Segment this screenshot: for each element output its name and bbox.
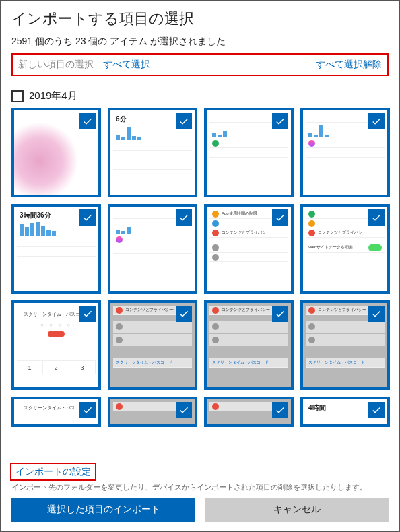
thumbnail-item[interactable]: コンテンツとプライバシー Webサイトデータを消去	[300, 204, 390, 294]
selection-toolbar: 新しい項目の選択 すべて選択 すべて選択解除	[11, 53, 389, 76]
checkmark-icon[interactable]	[176, 113, 192, 129]
import-dialog: インポートする項目の選択 2591 個のうち 23 個の アイテム が選択されま…	[0, 0, 400, 532]
thumbnail-item[interactable]	[108, 204, 197, 294]
thumbnail-item[interactable]: スクリーンタイム・パスコード ○ ○ ○ ○ 123	[11, 300, 101, 390]
thumbnail-item[interactable]	[204, 108, 294, 197]
thumbnail-item[interactable]: 6分	[108, 108, 197, 197]
checkmark-icon[interactable]	[79, 402, 96, 418]
selection-count: 2591 個のうち 23 個の アイテム が選択されました	[11, 36, 389, 48]
checkmark-icon[interactable]	[176, 402, 192, 418]
date-group-header: 2019年4月	[1, 90, 399, 102]
checkmark-icon[interactable]	[368, 306, 385, 322]
checkmark-icon[interactable]	[272, 209, 288, 226]
thumbnail-item[interactable]	[11, 108, 101, 197]
selection-left-group: 新しい項目の選択 すべて選択	[18, 59, 150, 71]
footer-description: インポート先のフォルダーを変更したり、デバイスからインポートされた項目の削除を選…	[1, 481, 399, 498]
thumbnail-item[interactable]: スクリーンタイム・パスコード	[11, 397, 101, 427]
group-checkbox[interactable]	[11, 90, 24, 102]
thumbnail-item[interactable]: コンテンツとプライバシー スクリーンタイム・パスコード	[300, 300, 390, 390]
checkmark-icon[interactable]	[272, 306, 288, 322]
checkmark-icon[interactable]	[368, 113, 385, 129]
button-bar: 選択した項目のインポート キャンセル	[1, 498, 399, 531]
thumbnail-item[interactable]: コンテンツとプライバシー スクリーンタイム・パスコード	[108, 300, 197, 390]
import-button[interactable]: 選択した項目のインポート	[11, 498, 195, 522]
thumbnail-item[interactable]	[300, 108, 390, 197]
dialog-title: インポートする項目の選択	[11, 9, 389, 29]
thumbnail-item[interactable]: コンテンツとプライバシー スクリーンタイム・パスコード	[204, 300, 294, 390]
thumbnail-grid: 6分	[1, 108, 399, 460]
thumbnail-item[interactable]	[108, 397, 197, 427]
checkmark-icon[interactable]	[176, 306, 192, 322]
checkmark-icon[interactable]	[79, 113, 96, 129]
dialog-header: インポートする項目の選択 2591 個のうち 23 個の アイテム が選択されま…	[1, 9, 399, 90]
dialog-footer: インポートの設定 インポート先のフォルダーを変更したり、デバイスからインポートさ…	[1, 460, 399, 531]
checkmark-icon[interactable]	[272, 113, 288, 129]
import-settings-link[interactable]: インポートの設定	[15, 466, 91, 477]
checkmark-icon[interactable]	[176, 209, 192, 226]
thumbnail-item[interactable]: 4時間	[300, 397, 390, 427]
checkmark-icon[interactable]	[368, 402, 385, 418]
select-all-link[interactable]: すべて選択	[103, 59, 150, 71]
checkmark-icon[interactable]	[79, 209, 96, 226]
checkmark-icon[interactable]	[368, 209, 385, 226]
new-selection-label: 新しい項目の選択	[18, 59, 94, 71]
cancel-button[interactable]: キャンセル	[205, 498, 389, 522]
thumbnail-item[interactable]: 3時間36分	[11, 204, 101, 294]
import-settings-highlight: インポートの設定	[10, 463, 96, 481]
thumbnail-item[interactable]	[204, 397, 294, 427]
checkmark-icon[interactable]	[79, 306, 96, 322]
checkmark-icon[interactable]	[272, 402, 288, 418]
group-date-label: 2019年4月	[29, 90, 77, 102]
deselect-all-link[interactable]: すべて選択解除	[316, 59, 382, 71]
thumbnail-item[interactable]: App使用時間の制限 コンテンツとプライバシー	[204, 204, 294, 294]
